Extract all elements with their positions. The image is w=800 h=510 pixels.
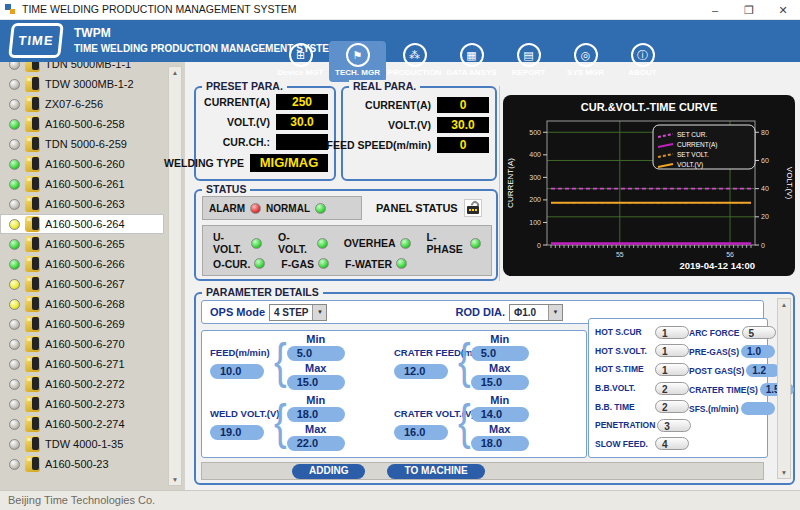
detail-parameter-row: SFS.(m/min) [689,399,769,418]
nav-item-device-mgt[interactable]: ⊞Device MGT [272,41,329,82]
right-tick-label: 60 [761,157,769,164]
range-parameter-cluster: CRATER FEED(m/min)12.0{Min5.0Max15.0 [394,333,578,394]
min-value-field[interactable]: 14.0 [471,407,529,422]
detail-param-field[interactable] [741,402,775,415]
cluster-value-field[interactable]: 12.0 [394,364,448,379]
detail-param-field[interactable]: 4 [655,437,689,450]
max-value-field[interactable]: 22.0 [287,436,345,451]
sidebar-device-item[interactable]: A160-500-6-270 [0,334,164,354]
ops-mode-select[interactable]: 4 STEP ▼ [269,304,327,321]
sidebar-device-item[interactable]: A160-500-6-264 [0,214,164,234]
adding-button[interactable]: ADDING [292,464,365,479]
nav-item-label: Device MGT [272,68,329,77]
status-indicator: L-PHASE [427,231,481,255]
max-value-field[interactable]: 15.0 [471,375,529,390]
info-card-icon: ⓘ [631,43,655,67]
welder-machine-icon [25,336,40,352]
sidebar-device-item[interactable]: A160-500-6-265 [0,234,164,254]
to-machine-button[interactable]: TO MACHINE [387,464,484,479]
cluster-value-field[interactable]: 19.0 [210,425,264,440]
sidebar-device-item[interactable]: A160-500-2-274 [0,414,164,434]
min-label: Min [287,394,345,406]
sidebar-device-item[interactable]: A160-500-6-268 [0,294,164,314]
scroll-down-icon[interactable]: ▼ [781,469,787,476]
sidebar-device-item[interactable]: A160-500-6-258 [0,114,164,134]
device-status-led [9,339,20,350]
max-value-field[interactable]: 15.0 [287,375,345,390]
rod-dia-label: ROD DIA. [455,306,505,318]
sidebar-device-item[interactable]: TDN 5000MB-1-1 [0,62,164,74]
indicator-led [317,238,328,249]
nav-item-label: ABOUT [614,68,671,77]
indicator-led [251,238,262,249]
welder-machine-icon [25,276,40,292]
min-value-field[interactable]: 5.0 [471,346,529,361]
detail-parameter-row: PENETRATION3 [595,416,689,435]
param-label: CUR.CH.: [223,136,270,148]
alarm-led [250,203,261,214]
sidebar-device-item[interactable]: TDW 4000-1-35 [0,434,164,454]
param-label: VOLT.(V) [388,119,431,131]
sidebar-scrollbar[interactable]: ▲ ▼ [168,66,182,486]
sidebar-device-item[interactable]: A160-500-6-267 [0,274,164,294]
sidebar-device-item[interactable]: A160-500-2-272 [0,374,164,394]
range-parameter-cluster: FEED(m/min)10.0{Min5.0Max15.0 [210,333,394,394]
detail-param-field[interactable]: 2 [655,400,689,413]
detail-parameter-row: B.B.VOLT.2 [595,379,689,398]
param-label: WELDING TYPE [164,157,244,169]
parameter-row: VOLT.(V)30.0 [196,114,328,130]
cluster-value-field[interactable]: 10.0 [210,364,264,379]
sidebar-device-item[interactable]: A160-500-6-271 [0,354,164,374]
max-value-field[interactable]: 18.0 [471,436,529,451]
min-value-field[interactable]: 18.0 [287,407,345,422]
cluster-value-field[interactable]: 16.0 [394,425,448,440]
chevron-down-icon[interactable]: ▼ [548,305,562,320]
sidebar-device-item[interactable]: ZX07-6-256 [0,94,164,114]
status-panel: STATUS ALARM NORMAL PANEL STATUS U-VOLT.… [194,189,498,281]
vertical-divider [499,86,500,281]
detail-param-field[interactable]: 1 [655,326,689,339]
detail-parameter-row: HOT S.TIME1 [595,360,689,379]
detail-param-field[interactable]: 1.0 [741,345,775,358]
device-status-led [9,259,20,270]
detail-param-field[interactable]: 3 [657,419,691,432]
titlebar: TIME WELDING PRODUCTION MANAGEMENT SYSTE… [0,0,800,20]
param-value-display: 0 [437,97,489,113]
nav-item-production[interactable]: ⁂PRODUCTION [386,41,443,82]
sidebar-device-item[interactable]: A160-500-6-261 [0,174,164,194]
detail-param-field[interactable]: 1 [655,344,689,357]
device-label: A160-500-6-268 [45,298,125,310]
maximize-button[interactable]: ❐ [742,4,756,17]
nav-item-sys-mgr[interactable]: ◎SYS MGR [557,41,614,82]
rod-dia-select[interactable]: Φ1.0 ▼ [509,304,563,321]
sidebar-device-item[interactable]: A160-500-6-266 [0,254,164,274]
welder-machine-icon [25,416,40,432]
sidebar-device-item[interactable]: A160-500-6-269 [0,314,164,334]
detail-param-label: CRATER TIME(S) [689,385,758,395]
sidebar-device-item[interactable]: TDW 3000MB-1-2 [0,74,164,94]
min-value-field[interactable]: 5.0 [287,346,345,361]
sidebar-device-item[interactable]: A160-500-23 [0,454,164,474]
welder-machine-icon [25,176,40,192]
detail-param-field[interactable]: 1 [655,363,689,376]
scroll-down-icon[interactable]: ▼ [172,476,178,483]
detail-parameter-row: HOT S.CUR1 [595,323,689,342]
sidebar-device-item[interactable]: A160-500-6-260 [0,154,164,174]
close-button[interactable]: ✕ [776,4,790,17]
nav-item-data-ansys[interactable]: ▦DATA ANSYS [443,41,500,82]
nav-item-about[interactable]: ⓘABOUT [614,41,671,82]
detail-param-field[interactable]: 2 [655,382,689,395]
sidebar-device-item[interactable]: TDN 5000-6-259 [0,134,164,154]
nav-item-tech-mgr[interactable]: ⚑TECH. MGR [329,41,386,82]
sidebar-device-item[interactable]: A160-500-6-263 [0,194,164,214]
params-scrollbar[interactable]: ▲ ▼ [777,298,791,479]
sidebar-device-item[interactable]: A160-500-2-273 [0,394,164,414]
scroll-up-icon[interactable]: ▲ [172,69,178,76]
scroll-up-icon[interactable]: ▲ [781,301,787,308]
nav-item-report[interactable]: ▤REPORT [500,41,557,82]
chevron-down-icon[interactable]: ▼ [312,305,326,320]
minimize-button[interactable]: – [708,4,722,16]
welder-machine-icon [25,256,40,272]
detail-param-field[interactable]: 5 [742,326,776,339]
detail-param-field[interactable]: 1.2 [746,364,780,377]
